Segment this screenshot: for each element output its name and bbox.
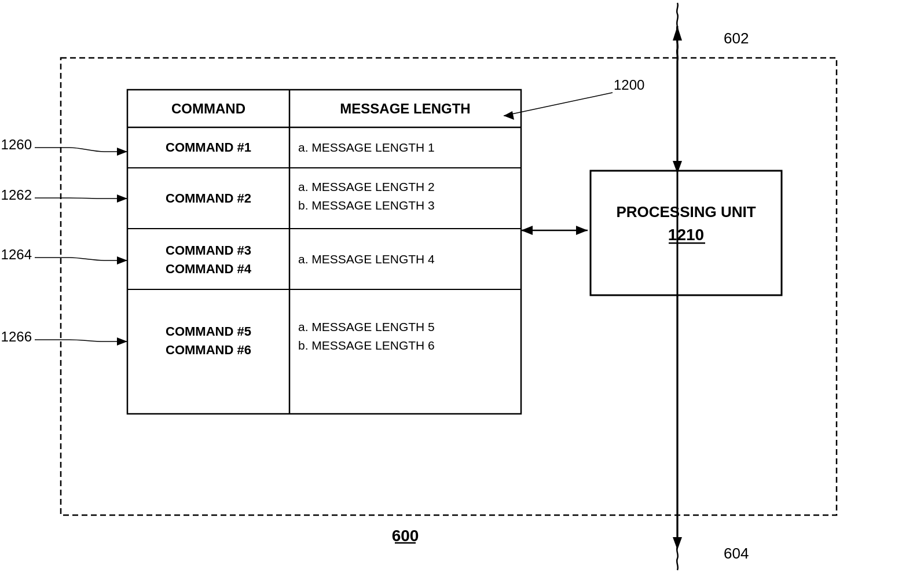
- row2-command: COMMAND #2: [166, 191, 251, 205]
- label-1260: 1260: [1, 137, 32, 152]
- svg-line-3: [504, 93, 613, 116]
- svg-marker-7: [521, 226, 533, 235]
- arrow-down-to-pu: [673, 161, 682, 174]
- svg-marker-13: [117, 148, 127, 156]
- row2-msg2: b. MESSAGE LENGTH 3: [298, 199, 435, 212]
- row3-command2: COMMAND #4: [166, 262, 252, 276]
- row1-msg1: a. MESSAGE LENGTH 1: [298, 141, 435, 154]
- row3-command1: COMMAND #3: [166, 243, 251, 258]
- processing-unit-label: PROCESSING UNIT: [616, 203, 756, 221]
- label-604: 604: [724, 545, 749, 562]
- label-1262: 1262: [1, 187, 32, 203]
- row4-command1: COMMAND #5: [166, 324, 251, 339]
- row4-msg1: a. MESSAGE LENGTH 5: [298, 320, 435, 333]
- diagram-container: 600 602 604 1200 PROCESSING UNIT 1210: [0, 0, 924, 573]
- row1-command: COMMAND #1: [166, 140, 251, 155]
- label-1266: 1266: [1, 329, 32, 344]
- row2-msg1: a. MESSAGE LENGTH 2: [298, 180, 435, 193]
- label-1200: 1200: [614, 77, 644, 93]
- header-command: COMMAND: [171, 101, 245, 116]
- svg-marker-14: [117, 194, 127, 203]
- svg-marker-15: [117, 256, 127, 265]
- outer-box: [61, 58, 837, 515]
- row4-msg2: b. MESSAGE LENGTH 6: [298, 339, 435, 352]
- label-600: 600: [392, 527, 419, 545]
- svg-marker-16: [117, 337, 127, 346]
- svg-marker-6: [576, 226, 588, 235]
- processing-unit-sublabel: 1210: [668, 226, 704, 244]
- header-message-length: MESSAGE LENGTH: [340, 101, 470, 116]
- svg-marker-4: [504, 111, 514, 120]
- label-1264: 1264: [1, 247, 32, 262]
- squiggle-602: [677, 26, 678, 61]
- row3-msg1: a. MESSAGE LENGTH 4: [298, 252, 435, 266]
- label-602: 602: [724, 30, 749, 47]
- row4-command2: COMMAND #6: [166, 343, 251, 357]
